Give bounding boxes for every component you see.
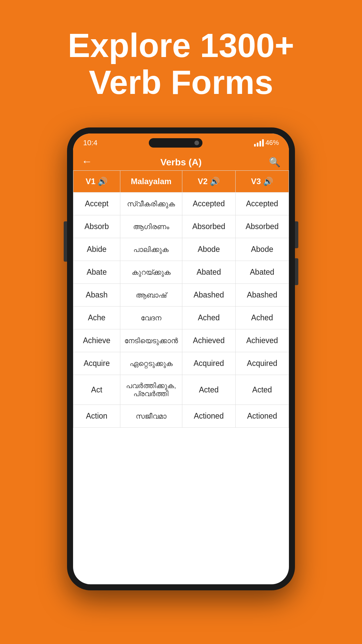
signal-icon [254, 139, 264, 147]
cell-v2: Abode [182, 238, 235, 261]
cell-malayalam: നേടിയെടുക്കാൻ [120, 329, 182, 352]
phone-frame: 10:4 46% ← Verbs (A) 🔍 [67, 127, 295, 590]
notch [149, 138, 202, 148]
battery-level: 46% [265, 139, 279, 147]
col-header-v1: V1 🔊 [73, 171, 120, 193]
cell-malayalam: കുറയ്ക്കുക [120, 261, 182, 284]
cell-malayalam: പവർത്തിക്കുക, പ്രവർത്തി [120, 375, 182, 405]
col-header-v2: V2 🔊 [182, 171, 235, 193]
hero-section: Explore 1300+ Verb Forms [0, 0, 362, 117]
cell-v2: Actioned [182, 405, 235, 428]
cell-v2: Abated [182, 261, 235, 284]
cell-malayalam: വേദന [120, 307, 182, 329]
screen-title: Verbs (A) [98, 157, 264, 168]
cell-malayalam: ആബാഷ് [120, 284, 182, 307]
table-row[interactable]: AbsorbആഗിരണംAbsorbedAbsorbed [73, 215, 289, 238]
hero-title: Explore 1300+ Verb Forms [20, 27, 342, 101]
table-row[interactable]: AcheവേദനAchedAched [73, 307, 289, 329]
cell-v3: Absorbed [235, 215, 289, 238]
cell-v2: Acquired [182, 352, 235, 375]
table-row[interactable]: ActionസജീവമാActionedActioned [73, 405, 289, 428]
hero-line2: Verb Forms [89, 63, 273, 101]
cell-v1: Ache [73, 307, 120, 329]
search-button[interactable]: 🔍 [264, 157, 281, 168]
cell-malayalam: ആഗിരണം [120, 215, 182, 238]
table-row[interactable]: Acceptസ്വീകരിക്കുകAcceptedAccepted [73, 193, 289, 215]
cell-v2: Ached [182, 307, 235, 329]
cell-v2: Absorbed [182, 215, 235, 238]
cell-v3: Abode [235, 238, 289, 261]
verb-table-container[interactable]: V1 🔊 Malayalam V2 🔊 V3 🔊 Acceptസ്വീകരിക്… [73, 170, 289, 584]
hero-line1: Explore 1300+ [68, 26, 294, 64]
verb-table: V1 🔊 Malayalam V2 🔊 V3 🔊 Acceptസ്വീകരിക്… [73, 170, 289, 428]
cell-v3: Abated [235, 261, 289, 284]
table-row[interactable]: Abideപാലിക്കുകAbodeAbode [73, 238, 289, 261]
table-header-row: V1 🔊 Malayalam V2 🔊 V3 🔊 [73, 171, 289, 193]
table-row[interactable]: Achieveനേടിയെടുക്കാൻAchievedAchieved [73, 329, 289, 352]
cell-malayalam: സജീവമാ [120, 405, 182, 428]
col-header-v3: V3 🔊 [235, 171, 289, 193]
volume-button [64, 221, 67, 262]
app-header: ← Verbs (A) 🔍 [73, 152, 289, 170]
cell-v1: Act [73, 375, 120, 405]
phone-screen: ← Verbs (A) 🔍 V1 🔊 Malayalam V2 🔊 V3 🔊 [73, 133, 289, 584]
cell-v1: Abash [73, 284, 120, 307]
cell-malayalam: പാലിക്കുക [120, 238, 182, 261]
table-row[interactable]: Acquireഏറ്റെടുക്കുകAcquiredAcquired [73, 352, 289, 375]
table-row[interactable]: Abateകുറയ്ക്കുകAbatedAbated [73, 261, 289, 284]
camera-dot [194, 141, 199, 145]
cell-v1: Abate [73, 261, 120, 284]
cell-v1: Acquire [73, 352, 120, 375]
cell-v3: Acted [235, 375, 289, 405]
power-button-2 [295, 258, 298, 285]
cell-v2: Acted [182, 375, 235, 405]
cell-v2: Achieved [182, 329, 235, 352]
phone-mockup: 10:4 46% ← Verbs (A) 🔍 [0, 117, 362, 590]
cell-v3: Achieved [235, 329, 289, 352]
status-time: 10:4 [83, 139, 98, 147]
cell-v3: Actioned [235, 405, 289, 428]
status-bar: 10:4 46% [73, 133, 289, 152]
col-header-malayalam: Malayalam [120, 171, 182, 193]
cell-v1: Accept [73, 193, 120, 215]
cell-v3: Ached [235, 307, 289, 329]
table-row[interactable]: Abashആബാഷ്AbashedAbashed [73, 284, 289, 307]
cell-malayalam: ഏറ്റെടുക്കുക [120, 352, 182, 375]
back-button[interactable]: ← [81, 155, 98, 168]
cell-v1: Action [73, 405, 120, 428]
cell-v3: Abashed [235, 284, 289, 307]
power-button [295, 221, 298, 248]
cell-malayalam: സ്വീകരിക്കുക [120, 193, 182, 215]
cell-v1: Achieve [73, 329, 120, 352]
cell-v3: Accepted [235, 193, 289, 215]
status-right: 46% [254, 139, 279, 147]
cell-v1: Abide [73, 238, 120, 261]
cell-v1: Absorb [73, 215, 120, 238]
cell-v2: Accepted [182, 193, 235, 215]
cell-v2: Abashed [182, 284, 235, 307]
cell-v3: Acquired [235, 352, 289, 375]
table-row[interactable]: Actപവർത്തിക്കുക, പ്രവർത്തിActedActed [73, 375, 289, 405]
